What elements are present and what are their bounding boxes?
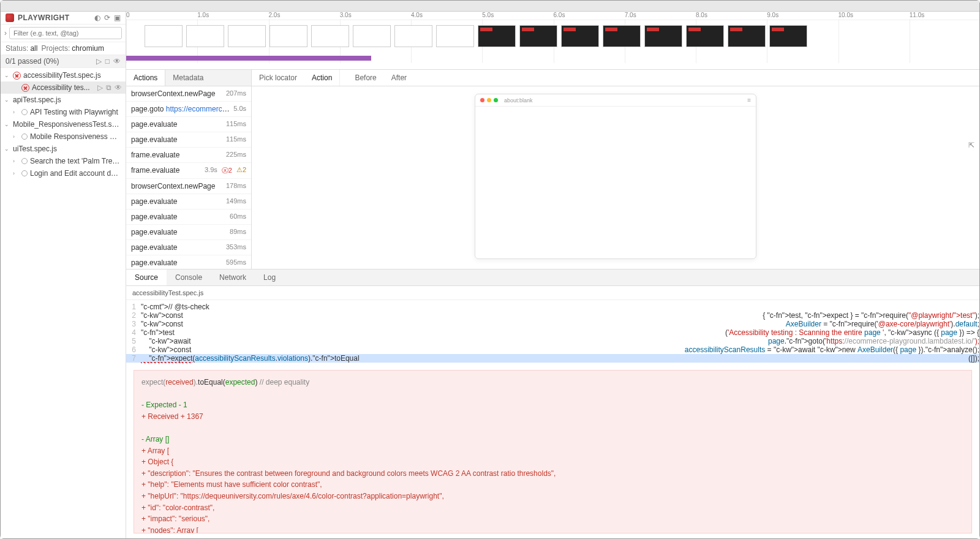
spec-file-node[interactable]: ⌄Mobile_ResponsivenessTest.sp...	[1, 118, 126, 130]
mac-max-icon	[494, 98, 498, 102]
toggle-panel-icon[interactable]: ▣	[114, 13, 121, 22]
test-node[interactable]: ›Search the text 'Palm Treo Pro	[1, 155, 126, 167]
reload-icon[interactable]: ⟳	[104, 13, 110, 22]
snapshot-pane: Pick locatorActionBeforeAfter ⇱ about:bl…	[252, 70, 979, 269]
browser-preview: about:blank ≡	[475, 94, 756, 259]
action-row[interactable]: page.evaluate595ms	[126, 255, 251, 269]
watch-test-icon[interactable]: 👁	[115, 83, 122, 92]
sidebar: PLAYWRIGHT ◐ ⟳ ▣ › Status: all Projects:…	[1, 12, 126, 538]
tab-metadata[interactable]: Metadata	[165, 70, 211, 86]
open-trace-icon[interactable]: ⧉	[106, 83, 111, 92]
timeline-frame[interactable]	[644, 25, 682, 47]
tab-pick-locator[interactable]: Pick locator	[252, 70, 304, 86]
tab-console[interactable]: Console	[167, 270, 211, 285]
tab-source[interactable]: Source	[126, 270, 167, 285]
timeline-tick: 1.0s	[197, 12, 209, 18]
pending-icon	[21, 170, 28, 176]
timeline-tick: 8.0s	[696, 12, 707, 18]
pending-icon	[21, 158, 28, 164]
action-row[interactable]: frame.evaluate225ms	[126, 148, 251, 163]
test-node[interactable]: ›Mobile Responsiveness Sear...	[1, 130, 126, 143]
filter-input[interactable]	[9, 27, 122, 39]
pass-count: 0/1 passed (0%)	[6, 57, 59, 66]
playwright-logo-icon	[6, 13, 14, 22]
timeline-frame[interactable]	[228, 25, 266, 47]
action-row[interactable]: browserContext.newPage178ms	[126, 179, 251, 194]
timeline-frame[interactable]	[519, 25, 557, 47]
error-diff[interactable]: expect(received).toEqual(expected) // de…	[134, 370, 972, 533]
action-row[interactable]: page.evaluate60ms	[126, 209, 251, 225]
tab-network[interactable]: Network	[211, 270, 255, 285]
chevron-right-icon[interactable]: ›	[13, 158, 19, 164]
action-row[interactable]: page.evaluate89ms	[126, 225, 251, 240]
timeline-frame[interactable]	[186, 25, 224, 47]
source-file-path: accessibilityTest.spec.js	[126, 286, 979, 300]
timeline-frame[interactable]	[145, 25, 183, 47]
action-row[interactable]: page.goto https://ecommerce-pl...5.0s	[126, 102, 251, 117]
tab-before[interactable]: Before	[347, 70, 383, 86]
window-titlebar	[1, 1, 979, 12]
timeline-tick: 6.0s	[554, 12, 565, 18]
fail-icon	[21, 84, 29, 92]
test-tree: ⌄accessibilityTest.spec.jsAccessibility …	[1, 68, 126, 538]
tab-after[interactable]: After	[384, 70, 414, 86]
action-row[interactable]: frame.evaluate3.9sⓧ2⚠2	[126, 163, 251, 179]
timeline-tick: 7.0s	[625, 12, 636, 18]
test-node[interactable]: ›API Testing with Playwright	[1, 106, 126, 118]
timeline-frame[interactable]	[561, 25, 599, 47]
action-row[interactable]: browserContext.newPage207ms	[126, 86, 251, 102]
timeline-tick: 5.0s	[482, 12, 494, 18]
chevron-right-icon[interactable]: ›	[13, 134, 19, 140]
action-row[interactable]: page.evaluate115ms	[126, 132, 251, 148]
chevron-down-icon[interactable]: ⌄	[4, 97, 10, 103]
timeline-tick: 10.0s	[839, 12, 853, 18]
timeline-tick: 2.0s	[269, 12, 281, 18]
timeline-frame[interactable]	[769, 25, 807, 47]
timeline-frame[interactable]	[603, 25, 641, 47]
spec-file-node[interactable]: ⌄accessibilityTest.spec.js	[1, 69, 126, 81]
action-row[interactable]: page.evaluate353ms	[126, 240, 251, 255]
test-node[interactable]: ›Login and Edit account detail	[1, 167, 126, 179]
app-title: PLAYWRIGHT	[18, 13, 70, 22]
run-test-icon[interactable]: ▷	[97, 83, 103, 92]
timeline-tick: 11.0s	[910, 12, 924, 18]
timeline-frame[interactable]	[311, 25, 349, 47]
tab-action[interactable]: Action	[304, 70, 340, 86]
status-line: Status: all Projects: chromium	[1, 42, 126, 55]
chevron-right-icon[interactable]: ›	[13, 170, 19, 176]
run-all-icon[interactable]: ▷	[96, 57, 102, 66]
bottom-panel: SourceConsoleNetworkLog accessibilityTes…	[126, 269, 979, 538]
mac-close-icon	[480, 98, 484, 102]
timeline-frame[interactable]	[353, 25, 391, 47]
spec-file-node[interactable]: ⌄uiTest.spec.js	[1, 143, 126, 155]
chevron-down-icon[interactable]: ⌄	[4, 146, 10, 152]
popout-icon[interactable]: ⇱	[968, 141, 974, 149]
fail-icon	[13, 72, 21, 80]
chevron-right-icon[interactable]: ›	[13, 109, 19, 115]
tab-actions[interactable]: Actions	[126, 70, 165, 86]
test-node[interactable]: Accessibility tes...▷⧉👁	[1, 81, 126, 94]
pending-icon	[21, 109, 28, 115]
timeline[interactable]: 01.0s2.0s3.0s4.0s5.0s6.0s7.0s8.0s9.0s10.…	[126, 12, 979, 70]
stop-icon[interactable]: □	[105, 57, 110, 66]
timeline-tick: 9.0s	[767, 12, 778, 18]
timeline-frame[interactable]	[686, 25, 724, 47]
collapse-filter-icon[interactable]: ›	[4, 29, 7, 37]
tab-log[interactable]: Log	[255, 270, 284, 285]
theme-toggle-icon[interactable]: ◐	[94, 13, 100, 22]
spec-file-node[interactable]: ⌄apiTest.spec.js	[1, 94, 126, 106]
actions-pane: ActionsMetadata browserContext.newPage20…	[126, 70, 252, 269]
action-row[interactable]: page.evaluate115ms	[126, 117, 251, 132]
chevron-down-icon[interactable]: ⌄	[4, 72, 10, 78]
timeline-frame[interactable]	[436, 25, 474, 47]
mac-min-icon	[487, 98, 491, 102]
timeline-tick: 4.0s	[411, 12, 423, 18]
chevron-down-icon[interactable]: ⌄	[4, 121, 10, 127]
timeline-frame[interactable]	[270, 25, 307, 47]
action-row[interactable]: page.evaluate149ms	[126, 194, 251, 209]
timeline-frame[interactable]	[728, 25, 766, 47]
source-view[interactable]: 1"c-cmt">// @ts-check2"c-kw">const { "c-…	[126, 300, 979, 365]
timeline-frame[interactable]	[478, 25, 516, 47]
timeline-frame[interactable]	[394, 25, 432, 47]
watch-icon[interactable]: 👁	[113, 57, 121, 66]
